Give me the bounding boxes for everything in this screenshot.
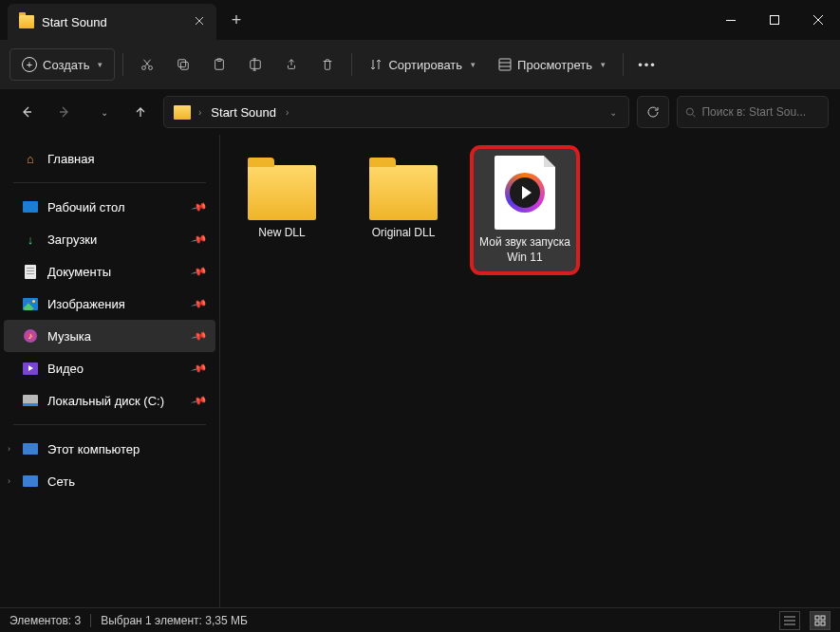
copy-button[interactable] bbox=[167, 48, 199, 81]
share-button[interactable] bbox=[275, 48, 308, 81]
sidebar-item-disk-c[interactable]: Локальный диск (C:) 📌 bbox=[4, 384, 215, 417]
sidebar-label: Главная bbox=[47, 152, 94, 166]
sort-label: Сортировать bbox=[388, 58, 462, 72]
refresh-button[interactable] bbox=[637, 96, 669, 128]
pin-icon: 📌 bbox=[191, 198, 209, 215]
copy-icon bbox=[177, 57, 190, 72]
rename-button[interactable] bbox=[239, 48, 271, 81]
home-icon: ⌂ bbox=[23, 151, 38, 166]
svg-rect-3 bbox=[771, 16, 779, 25]
maximize-button[interactable] bbox=[753, 1, 796, 39]
pin-icon: 📌 bbox=[191, 263, 209, 280]
create-button[interactable]: + Создать ▾ bbox=[9, 48, 115, 81]
svg-line-9 bbox=[144, 60, 150, 66]
chevron-right-icon: › bbox=[8, 444, 10, 454]
chevron-down-icon: ⌄ bbox=[101, 107, 108, 118]
tab-start-sound[interactable]: Start Sound bbox=[8, 4, 216, 40]
close-icon bbox=[195, 16, 204, 26]
search-box[interactable] bbox=[677, 96, 829, 128]
sidebar-item-home[interactable]: ⌂ Главная bbox=[4, 142, 215, 175]
chevron-down-icon[interactable]: ⌄ bbox=[604, 103, 623, 121]
sidebar: ⌂ Главная Рабочий стол 📌 ↓ Загрузки 📌 До… bbox=[0, 135, 220, 607]
more-button[interactable]: ••• bbox=[631, 48, 663, 81]
sort-button[interactable]: Сортировать ▾ bbox=[360, 48, 485, 81]
video-icon bbox=[23, 362, 38, 375]
sidebar-item-desktop[interactable]: Рабочий стол 📌 bbox=[4, 191, 215, 223]
sidebar-item-this-pc[interactable]: › Этот компьютер bbox=[4, 433, 215, 465]
document-icon bbox=[25, 265, 36, 279]
tab-close-button[interactable] bbox=[192, 13, 207, 28]
download-icon: ↓ bbox=[23, 232, 38, 247]
folder-icon bbox=[369, 165, 438, 220]
cut-button[interactable] bbox=[131, 48, 163, 81]
item-label: Original DLL bbox=[372, 226, 436, 241]
tab-title: Start Sound bbox=[42, 15, 107, 29]
folder-item[interactable]: New DLL bbox=[230, 148, 334, 249]
svg-line-22 bbox=[693, 114, 696, 117]
breadcrumb-item[interactable]: Start Sound bbox=[205, 102, 282, 123]
status-bar: Элементов: 3 Выбран 1 элемент: 3,35 МБ bbox=[0, 607, 840, 632]
window-close-button[interactable] bbox=[796, 1, 840, 39]
breadcrumb[interactable]: › Start Sound › ⌄ bbox=[163, 96, 629, 128]
back-button[interactable] bbox=[11, 97, 42, 127]
new-tab-button[interactable]: + bbox=[222, 6, 251, 34]
svg-rect-29 bbox=[821, 622, 825, 625]
icons-view-button[interactable] bbox=[810, 611, 831, 630]
delete-button[interactable] bbox=[311, 48, 344, 81]
svg-rect-28 bbox=[815, 622, 819, 625]
minimize-button[interactable] bbox=[709, 1, 753, 39]
sidebar-item-network[interactable]: › Сеть bbox=[4, 465, 215, 497]
sidebar-item-pictures[interactable]: Изображения 📌 bbox=[4, 288, 215, 320]
address-bar: ⌄ › Start Sound › ⌄ bbox=[0, 89, 840, 135]
item-label: Мой звук запуска Win 11 bbox=[476, 235, 573, 265]
arrow-left-icon bbox=[20, 105, 33, 119]
status-count: Элементов: 3 bbox=[9, 614, 81, 627]
details-view-button[interactable] bbox=[779, 611, 800, 630]
pc-icon bbox=[23, 443, 38, 455]
create-label: Создать bbox=[43, 58, 89, 72]
sidebar-item-music[interactable]: ♪ Музыка 📌 bbox=[4, 320, 215, 352]
search-input[interactable] bbox=[701, 105, 820, 119]
recent-button[interactable]: ⌄ bbox=[87, 97, 118, 127]
audio-file-icon bbox=[495, 156, 555, 230]
folder-icon bbox=[19, 15, 34, 28]
maximize-icon bbox=[770, 15, 779, 25]
plus-icon: + bbox=[22, 57, 37, 72]
trash-icon bbox=[321, 57, 334, 72]
svg-point-21 bbox=[686, 108, 693, 115]
svg-point-6 bbox=[142, 66, 146, 70]
list-icon bbox=[784, 616, 795, 625]
rename-icon bbox=[249, 57, 262, 72]
svg-rect-27 bbox=[821, 616, 825, 620]
svg-rect-2 bbox=[726, 20, 736, 21]
toolbar: + Создать ▾ Сортировать ▾ Просмотреть ▾ … bbox=[0, 40, 840, 89]
sidebar-label: Документы bbox=[47, 265, 111, 279]
folder-icon bbox=[174, 105, 191, 120]
folder-icon bbox=[248, 165, 316, 220]
sidebar-label: Изображения bbox=[47, 297, 125, 311]
paste-button[interactable] bbox=[203, 48, 235, 81]
sidebar-item-video[interactable]: Видео 📌 bbox=[4, 352, 215, 384]
ellipsis-icon: ••• bbox=[638, 58, 657, 72]
cut-icon bbox=[140, 57, 154, 72]
chevron-right-icon: › bbox=[286, 107, 289, 118]
folder-item[interactable]: Original DLL bbox=[351, 148, 456, 249]
sidebar-label: Видео bbox=[47, 362, 84, 376]
sidebar-label: Загрузки bbox=[47, 232, 97, 247]
sidebar-label: Локальный диск (C:) bbox=[47, 394, 164, 408]
file-area[interactable]: New DLL Original DLL Мой звук запуска Wi… bbox=[220, 135, 840, 607]
sidebar-item-downloads[interactable]: ↓ Загрузки 📌 bbox=[4, 223, 215, 255]
chevron-right-icon: › bbox=[198, 107, 201, 118]
status-selection: Выбран 1 элемент: 3,35 МБ bbox=[101, 614, 248, 627]
pin-icon: 📌 bbox=[191, 360, 209, 377]
sidebar-item-documents[interactable]: Документы 📌 bbox=[4, 255, 215, 288]
view-label: Просмотреть bbox=[517, 58, 592, 72]
arrow-up-icon bbox=[134, 105, 147, 119]
up-button[interactable] bbox=[125, 97, 156, 127]
forward-button[interactable] bbox=[49, 97, 80, 127]
item-label: New DLL bbox=[258, 226, 305, 241]
titlebar: Start Sound + bbox=[0, 0, 840, 40]
refresh-icon bbox=[646, 105, 660, 119]
view-button[interactable]: Просмотреть ▾ bbox=[489, 48, 615, 81]
audio-file-item[interactable]: Мой звук запуска Win 11 bbox=[473, 148, 577, 272]
